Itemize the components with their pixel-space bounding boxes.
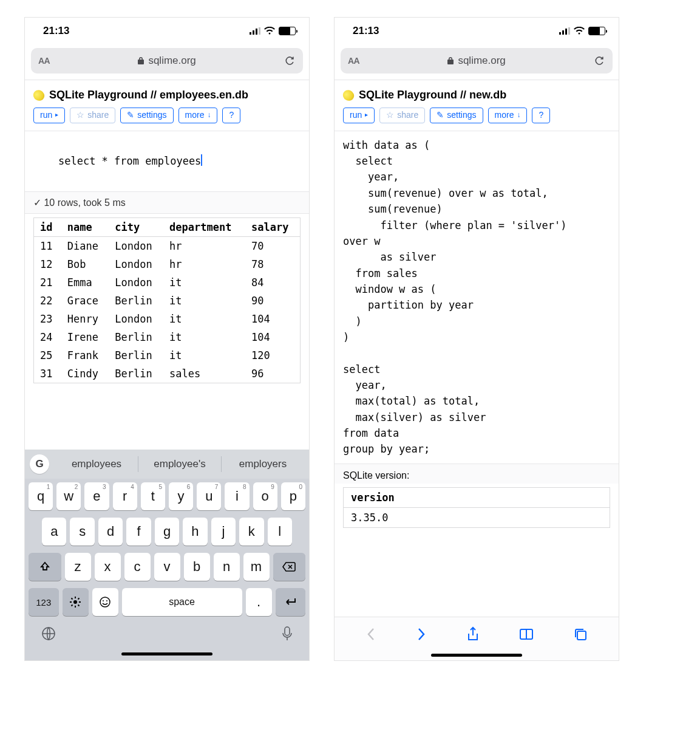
key-p[interactable]: p0 (281, 482, 305, 510)
settings-button[interactable]: ✎ settings (120, 108, 173, 123)
share-icon[interactable] (466, 626, 480, 642)
key-o[interactable]: o9 (253, 482, 277, 510)
key-s[interactable]: s (70, 518, 94, 546)
emoji-key[interactable] (92, 588, 118, 616)
key-g[interactable]: g (155, 518, 179, 546)
safari-toolbar (335, 617, 619, 660)
cell-signal-icon (250, 27, 260, 35)
lemon-icon (32, 88, 46, 102)
run-button[interactable]: run▸ (343, 108, 375, 123)
url-host: sqlime.org (57, 55, 276, 67)
key-f[interactable]: f (126, 518, 151, 546)
reload-icon[interactable] (284, 55, 296, 67)
share-button[interactable]: ☆ share (70, 108, 115, 123)
key-l[interactable]: l (268, 518, 292, 546)
phone-right: 21:13 AA sqlime.org SQLite Playground //… (334, 17, 619, 661)
reload-icon[interactable] (593, 55, 605, 67)
run-button[interactable]: run▸ (33, 108, 65, 123)
toolbar: run▸ ☆ share ✎ settings more ↓ ? (335, 105, 619, 131)
mic-key[interactable] (281, 626, 293, 644)
key-m[interactable]: m (243, 553, 270, 581)
key-k[interactable]: k (239, 518, 263, 546)
more-button[interactable]: more ↓ (488, 108, 528, 123)
help-button[interactable]: ? (222, 108, 240, 123)
status-indicators (250, 27, 296, 35)
lemon-icon (341, 88, 355, 102)
key-j[interactable]: j (211, 518, 236, 546)
svg-point-3 (106, 600, 107, 601)
page-title: SQLite Playground // employees.en.db (25, 80, 309, 105)
suggestion[interactable]: employees (55, 458, 138, 470)
results-table: idnamecitydepartmentsalary 11DianeLondon… (25, 214, 309, 383)
url-bar[interactable]: AA sqlime.org (341, 48, 613, 74)
space-key[interactable]: space (122, 588, 242, 616)
soft-keyboard[interactable]: G employees employee's employers q1w2e3r… (25, 450, 309, 660)
svg-point-1 (100, 597, 110, 607)
numbers-key[interactable]: 123 (29, 588, 59, 616)
dot-key[interactable]: . (246, 588, 272, 616)
settings-key[interactable] (63, 588, 89, 616)
tool-icon: ✎ (127, 110, 134, 120)
gboard-icon[interactable]: G (30, 454, 49, 474)
svg-rect-5 (285, 627, 290, 635)
tool-icon: ✎ (437, 110, 444, 120)
table-row: 31CindyBerlinsales96 (34, 364, 301, 383)
key-z[interactable]: z (65, 553, 91, 581)
key-q[interactable]: q1 (29, 482, 53, 510)
suggestion[interactable]: employee's (138, 458, 221, 470)
key-n[interactable]: n (214, 553, 240, 581)
battery-icon (279, 27, 296, 35)
status-bar: 21:13 (335, 18, 619, 44)
lock-icon (447, 56, 454, 65)
keyboard-suggestions: G employees employee's employers (25, 450, 309, 479)
share-button[interactable]: ☆ share (379, 108, 425, 123)
key-w[interactable]: w2 (56, 482, 81, 510)
reader-aa-button[interactable]: AA (38, 56, 50, 66)
more-button[interactable]: more ↓ (178, 108, 218, 123)
suggestion[interactable]: employers (222, 458, 304, 470)
version-table: version 3.35.0 (343, 487, 610, 528)
help-button[interactable]: ? (532, 108, 550, 123)
lock-icon (137, 56, 144, 65)
key-h[interactable]: h (183, 518, 207, 546)
key-v[interactable]: v (154, 553, 180, 581)
forward-button[interactable] (416, 626, 427, 642)
status-time: 21:13 (353, 25, 379, 37)
text-cursor (201, 154, 202, 166)
sql-editor[interactable]: select * from employees (25, 131, 309, 191)
table-header-row: idnamecitydepartmentsalary (34, 217, 301, 236)
key-e[interactable]: e3 (84, 482, 109, 510)
key-r[interactable]: r4 (113, 482, 137, 510)
reader-aa-button[interactable]: AA (348, 56, 359, 66)
tabs-icon[interactable] (573, 627, 588, 642)
return-key[interactable] (276, 588, 306, 616)
table-row: 22GraceBerlinit90 (34, 292, 301, 310)
shift-key[interactable] (29, 553, 61, 581)
key-y[interactable]: y6 (169, 482, 193, 510)
key-c[interactable]: c (124, 553, 151, 581)
bookmarks-icon[interactable] (519, 628, 534, 641)
svg-point-2 (103, 600, 104, 601)
key-b[interactable]: b (184, 553, 210, 581)
back-button[interactable] (365, 626, 376, 642)
svg-rect-7 (577, 631, 586, 640)
key-a[interactable]: a (42, 518, 66, 546)
svg-point-0 (73, 600, 77, 604)
result-status: ✓ 10 rows, took 5 ms (25, 191, 309, 214)
settings-button[interactable]: ✎ settings (430, 108, 483, 123)
url-bar[interactable]: AA sqlime.org (31, 48, 303, 74)
version-label: SQLite version: (335, 464, 619, 484)
globe-key[interactable] (41, 626, 56, 644)
wifi-icon (574, 27, 585, 35)
key-d[interactable]: d (98, 518, 123, 546)
home-indicator[interactable] (431, 654, 522, 657)
key-t[interactable]: t5 (141, 482, 165, 510)
backspace-key[interactable] (273, 553, 306, 581)
phone-left: 21:13 AA sqlime.org SQLite Playground //… (24, 17, 310, 661)
key-i[interactable]: i8 (225, 482, 249, 510)
status-bar: 21:13 (25, 18, 309, 44)
key-x[interactable]: x (95, 553, 121, 581)
key-u[interactable]: u7 (197, 482, 221, 510)
sql-editor[interactable]: with data as ( select year, sum(revenue)… (335, 131, 619, 464)
home-indicator[interactable] (121, 652, 212, 655)
